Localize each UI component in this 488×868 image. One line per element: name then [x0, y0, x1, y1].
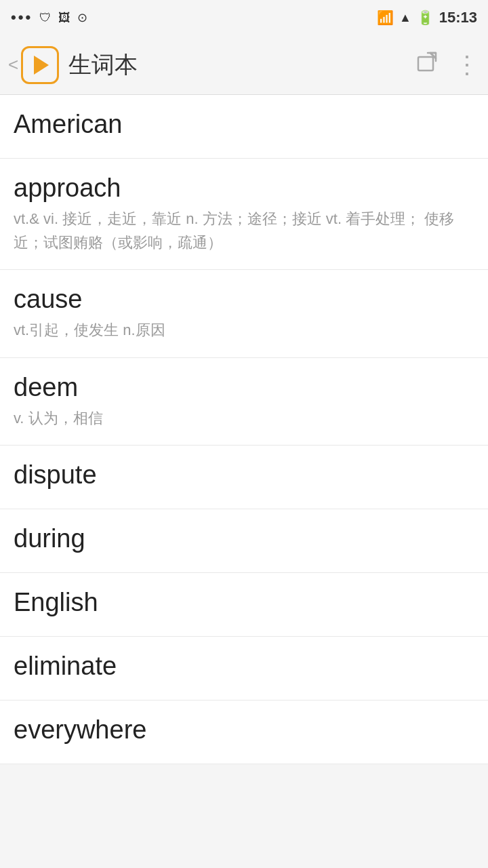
app-logo: [21, 46, 59, 84]
list-item[interactable]: during: [0, 509, 488, 573]
more-options-button[interactable]: ⋮: [455, 51, 480, 79]
word-text: dispute: [14, 460, 474, 490]
list-item[interactable]: everywhere: [0, 701, 488, 764]
word-definition: vt.引起，使发生 n.原因: [14, 318, 474, 342]
list-item[interactable]: eliminate: [0, 637, 488, 701]
back-button[interactable]: <: [8, 54, 18, 75]
word-text: cause: [14, 285, 474, 314]
toolbar-actions: ⋮: [417, 51, 480, 79]
word-text: everywhere: [14, 715, 474, 745]
word-text: eliminate: [14, 652, 474, 681]
image-icon: 🖼: [58, 11, 70, 25]
word-list: Americanapproachvt.& vi. 接近，走近，靠近 n. 方法；…: [0, 95, 488, 764]
word-text: English: [14, 588, 474, 617]
list-item[interactable]: dispute: [0, 446, 488, 509]
svg-rect-0: [418, 57, 433, 71]
word-text: deem: [14, 373, 474, 402]
page-title: 生词本: [68, 50, 417, 81]
status-dots: •••: [11, 9, 33, 26]
word-text: approach: [14, 174, 474, 203]
battery-icon: 🔋: [417, 9, 434, 26]
status-time: 15:13: [439, 9, 477, 26]
list-item[interactable]: approachvt.& vi. 接近，走近，靠近 n. 方法；途径；接近 vt…: [0, 159, 488, 270]
wifi-icon: 📶: [377, 9, 394, 26]
word-definition: v. 认为，相信: [14, 406, 474, 430]
toolbar: < 生词本 ⋮: [0, 35, 488, 95]
shield-icon: 🛡: [39, 11, 52, 25]
circle-icon: ⊙: [77, 10, 87, 25]
word-text: American: [14, 110, 474, 139]
status-left: ••• 🛡 🖼 ⊙: [11, 9, 87, 26]
share-button[interactable]: [417, 52, 439, 79]
signal-icon: ▲: [399, 11, 411, 25]
status-bar: ••• 🛡 🖼 ⊙ 📶 ▲ 🔋 15:13: [0, 0, 488, 35]
list-item[interactable]: English: [0, 573, 488, 637]
status-right: 📶 ▲ 🔋 15:13: [377, 9, 477, 26]
word-text: during: [14, 524, 474, 553]
list-item[interactable]: causevt.引起，使发生 n.原因: [0, 270, 488, 357]
list-item[interactable]: deemv. 认为，相信: [0, 358, 488, 446]
word-definition: vt.& vi. 接近，走近，靠近 n. 方法；途径；接近 vt. 着手处理； …: [14, 207, 474, 254]
play-icon: [34, 56, 49, 75]
list-item[interactable]: American: [0, 95, 488, 159]
